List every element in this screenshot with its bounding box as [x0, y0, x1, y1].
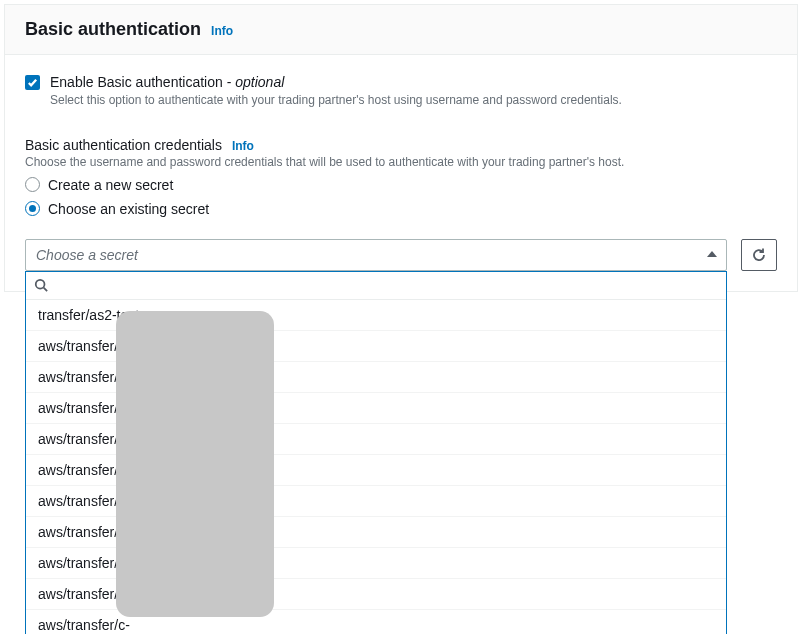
enable-basic-auth-row: Enable Basic authentication - optional S… — [25, 73, 777, 109]
radio-icon — [25, 177, 40, 192]
svg-point-0 — [36, 280, 45, 289]
credentials-label-row: Basic authentication credentials Info — [25, 137, 777, 153]
radio-existing-label: Choose an existing secret — [48, 201, 209, 217]
enable-label-main: Enable Basic authentication - — [50, 74, 235, 90]
radio-icon — [25, 201, 40, 216]
radio-create-new[interactable]: Create a new secret — [25, 177, 777, 193]
refresh-icon — [751, 247, 767, 263]
credentials-description: Choose the username and password credent… — [25, 155, 777, 169]
secret-select-row: Choose a secret transfer/as2-test aws/tr… — [25, 239, 777, 271]
dropdown-search-row — [26, 272, 726, 300]
panel-title: Basic authentication — [25, 19, 201, 40]
dropdown-search-input[interactable] — [54, 277, 718, 293]
secret-select-placeholder: Choose a secret — [36, 247, 138, 263]
basic-auth-panel: Basic authentication Info Enable Basic a… — [4, 4, 798, 292]
search-icon — [34, 278, 48, 292]
check-icon — [27, 77, 38, 88]
redaction-overlay — [116, 311, 274, 617]
credentials-radio-group: Create a new secret Choose an existing s… — [25, 177, 777, 217]
svg-line-1 — [44, 288, 48, 292]
info-link[interactable]: Info — [211, 24, 233, 38]
enable-label: Enable Basic authentication - optional — [50, 73, 622, 91]
enable-label-optional: optional — [235, 74, 284, 90]
credentials-section: Basic authentication credentials Info Ch… — [25, 137, 777, 271]
secret-select[interactable]: Choose a secret — [25, 239, 727, 271]
radio-choose-existing[interactable]: Choose an existing secret — [25, 201, 777, 217]
credentials-label: Basic authentication credentials — [25, 137, 222, 153]
secret-select-wrap: Choose a secret transfer/as2-test aws/tr… — [25, 239, 727, 271]
enable-label-block: Enable Basic authentication - optional S… — [50, 73, 622, 109]
refresh-button[interactable] — [741, 239, 777, 271]
panel-header: Basic authentication Info — [5, 5, 797, 55]
radio-create-label: Create a new secret — [48, 177, 173, 193]
panel-body: Enable Basic authentication - optional S… — [5, 55, 797, 291]
caret-up-icon — [707, 251, 717, 257]
enable-checkbox[interactable] — [25, 75, 40, 90]
credentials-info-link[interactable]: Info — [232, 139, 254, 153]
enable-description: Select this option to authenticate with … — [50, 93, 622, 109]
